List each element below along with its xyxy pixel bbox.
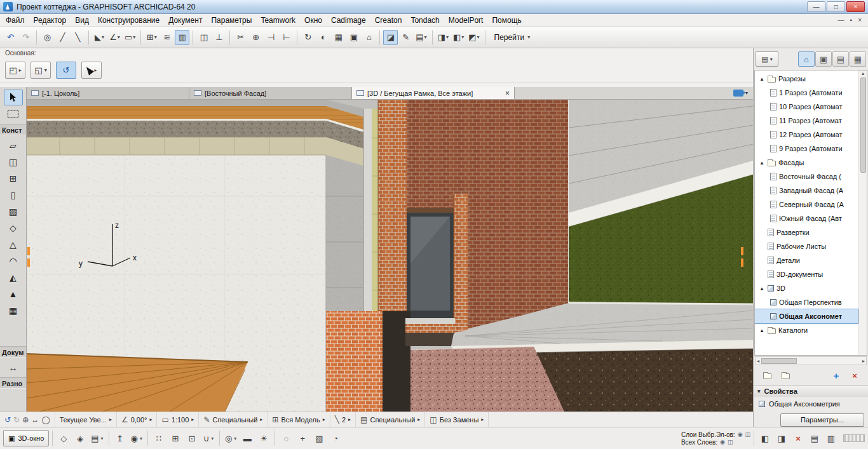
menu-window[interactable]: Окно [300,15,327,25]
hatch-toggle-button[interactable]: ▧ [311,430,327,446]
scroll-right-icon[interactable]: ▸ [862,358,865,364]
angle-options-button[interactable]: ∠ ▾ [107,30,122,45]
pickup-parameters-button[interactable]: ╱ [55,30,70,45]
expand-icon[interactable]: ▴ [759,327,765,333]
publisher-tab[interactable]: ▦ [850,51,866,67]
scroll-up-icon[interactable]: ▴ [862,70,864,76]
magnet-button[interactable]: ∪ ▾ [201,430,216,446]
tree-item-3d[interactable]: ▴ 3D [755,281,858,295]
left-panel-toggle-button[interactable]: ◧ [757,430,773,446]
sun-button[interactable]: ☀ [256,430,271,446]
overrides-segment[interactable]: ◫ Без Замены ▸ [425,412,489,427]
doc-restore-icon[interactable]: ▪ [850,17,853,23]
tree-item-north-facade[interactable]: Северный Фасад (А [755,198,858,211]
view-back-icon[interactable]: ↺ [4,415,11,424]
zoom-toolbar-button[interactable]: ⊕ [248,30,263,45]
close-button[interactable]: × [846,1,865,12]
morph-tool-button[interactable]: ◭ [4,269,23,285]
resize-grip[interactable] [843,434,865,442]
layout-book-tab[interactable]: ▤ [832,51,849,67]
column-tool-button[interactable]: ▯ [4,187,23,203]
maximize-button[interactable]: □ [827,1,845,12]
doc-close-icon[interactable]: × [858,17,862,23]
find-select-button[interactable]: ◎ [40,30,55,45]
tree-item-worksheets[interactable]: Рабочие Листы [755,239,858,253]
tab-east-facade[interactable]: [Восточный Фасад] [189,87,352,99]
tree-item-section-9[interactable]: 9 Разрез (Автомати [755,142,858,156]
menu-options[interactable]: Параметры [207,15,256,25]
right-panel-toggle-button[interactable]: ◨ [774,430,789,446]
scrollbar-thumb[interactable] [860,77,866,173]
tree-item-east-facade[interactable]: Восточный Фасад ( [755,170,858,184]
add-snap-button[interactable]: + [295,430,310,446]
menu-edit[interactable]: Редактор [29,15,71,25]
angle-segment[interactable]: ∠ 0,00° ▸ [117,412,158,427]
add-view-button[interactable]: + [829,369,843,382]
scroll-left-icon[interactable]: ◂ [757,358,759,364]
wall-tool-button[interactable]: ▱ [4,137,23,153]
tab-3d-marquee[interactable]: [3D / Бегущая Рамка, Все этажи] × [352,87,515,99]
curtain-wall-tool-button[interactable]: ▦ [4,302,23,318]
panel-2-button[interactable]: ◧ ▾ [451,30,466,45]
group-button[interactable]: ▣ [346,30,361,45]
tree-item-section-10[interactable]: 10 Разрез (Автомат [755,100,858,114]
guide-lines-button[interactable]: ≋ [159,30,174,45]
project-chooser-button[interactable]: ▤ ▾ [756,51,778,67]
undo-button[interactable]: ↶ [3,30,18,45]
marquee-button[interactable]: ◪ [383,30,398,45]
new-folder-button[interactable] [760,369,774,382]
dot-grid-button[interactable]: ∷ [151,430,166,446]
tree-item-3d-documents[interactable]: 3D-документы [755,267,858,281]
pan-icon[interactable]: ↔ [31,415,39,424]
selection-settings-button[interactable]: ◱ ▾ [31,62,51,79]
layers-button[interactable]: ▤ ▾ [414,30,428,45]
menu-file[interactable]: Файл [1,15,29,25]
expand-icon[interactable]: ▴ [759,285,765,292]
settings-button[interactable]: Параметры... [780,413,864,427]
pencil-button[interactable]: ✎ [398,30,413,45]
grid-snap-button[interactable]: ⊞ ▾ [144,30,159,45]
marquee-settings-button[interactable]: ◰ ▸ [5,62,25,79]
axonometry-button[interactable]: ◈ [72,430,88,446]
inject-parameters-button[interactable]: ╲ [71,30,85,45]
walk-mode-button[interactable]: ↥ [112,430,128,446]
menu-teamwork[interactable]: Teamwork [256,15,300,25]
tree-item-general-perspective[interactable]: Общая Перспектив [755,295,858,309]
view-map-tab[interactable]: ▣ [815,51,832,67]
redo-button[interactable]: ↷ [18,30,33,45]
tree-item-facades[interactable]: ▴ Фасады [755,156,858,170]
pen-segment[interactable]: ╲ 2 ▸ [330,412,356,427]
scale-segment[interactable]: ▭ 1:100 ▸ [157,412,199,427]
slab-tool-button[interactable]: ◇ [4,220,23,236]
camera-tool-button[interactable]: ◎ ▾ [223,430,238,446]
multiply-button[interactable]: ▦ [331,30,346,45]
3d-styles-button[interactable]: ▤ ▾ [89,430,105,446]
eye-icon[interactable]: ◉ [738,431,743,438]
solid-view-icon[interactable]: ◫ [728,439,733,445]
tab-close-button[interactable]: × [501,89,510,98]
panel-options-button[interactable]: ▤ [807,430,822,446]
view-forward-icon[interactable]: ↻ [13,415,20,424]
camera-icon[interactable] [733,90,743,97]
menu-tondach[interactable]: Tondach [406,15,444,25]
marquee-options-button[interactable]: ◫ [196,30,211,45]
mesh-tool-button[interactable]: ▲ [4,286,23,302]
rotate-button[interactable]: ↻ [301,30,315,45]
snap-guides-button[interactable]: ▥ [175,30,189,45]
clone-folder-button[interactable] [778,369,792,382]
tree-horizontal-scrollbar[interactable]: ◂ ▸ [755,356,867,365]
model-filter-segment[interactable]: ⊞ Вся Модель ▸ [268,412,330,427]
favorites-structures-button[interactable]: ◣ ▾ [92,30,107,45]
properties-header[interactable]: ▾ Свойства [754,385,868,397]
scissors-button[interactable]: ✂ [233,30,248,45]
zoom-level-segment[interactable]: Текущее Уве... ▸ [55,412,117,427]
snap-circle-button[interactable]: ◌ [278,430,294,446]
tree-item-sections[interactable]: ▴ Разрезы [755,72,858,86]
expand-icon[interactable]: ▴ [759,76,765,82]
menu-modelport[interactable]: ModelPort [444,15,488,25]
zoom-icon[interactable]: ⊕ [22,415,29,424]
solid-view-icon[interactable]: ◫ [745,431,750,438]
arrow-tool-button[interactable] [4,90,23,105]
roof-tool-button[interactable]: △ [4,236,23,252]
beam-tool-button[interactable]: ▨ [4,203,23,219]
